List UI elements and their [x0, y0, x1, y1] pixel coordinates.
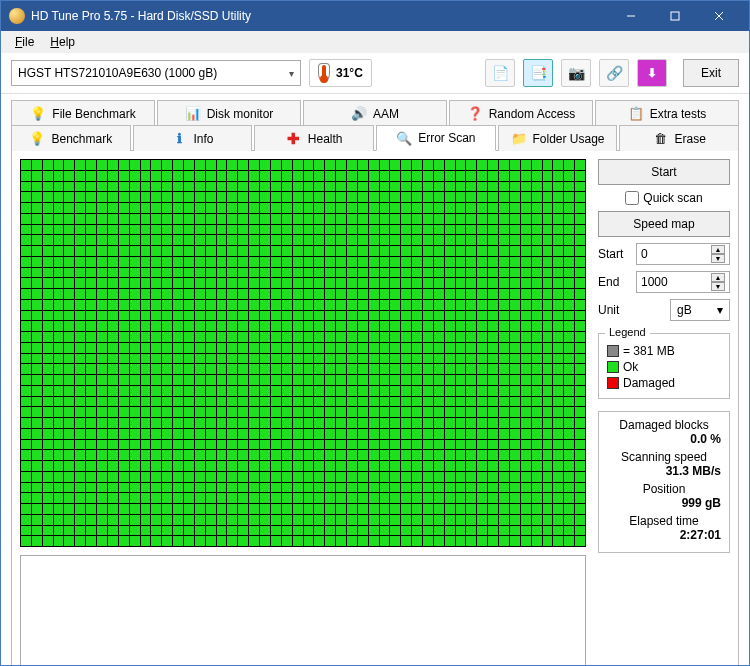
- titlebar: HD Tune Pro 5.75 - Hard Disk/SSD Utility: [1, 1, 749, 31]
- link-icon: [606, 65, 623, 81]
- menu-file[interactable]: File: [7, 33, 42, 51]
- bulb-icon: [30, 106, 46, 122]
- download-icon: [644, 66, 660, 80]
- end-input[interactable]: 1000 ▲▼: [636, 271, 730, 293]
- window-title: HD Tune Pro 5.75 - Hard Disk/SSD Utility: [31, 9, 609, 23]
- thermometer-icon: [318, 63, 330, 83]
- legend-block-swatch: [607, 345, 619, 357]
- quick-scan-checkbox[interactable]: Quick scan: [598, 191, 730, 205]
- menubar: File Help: [1, 31, 749, 53]
- magnifier-icon: [396, 130, 412, 146]
- chevron-down-icon: ▾: [717, 303, 723, 317]
- legend-damaged-swatch: [607, 377, 619, 389]
- copy-info-button[interactable]: [485, 59, 515, 87]
- tab-file-benchmark[interactable]: File Benchmark: [11, 100, 155, 126]
- tab-folder-usage[interactable]: Folder Usage: [498, 125, 618, 151]
- maximize-button[interactable]: [653, 1, 697, 31]
- quick-scan-input[interactable]: [625, 191, 639, 205]
- health-icon: [286, 131, 302, 147]
- scan-block-grid: [20, 159, 586, 547]
- unit-label: Unit: [598, 303, 632, 317]
- copy-screenshot-button[interactable]: [523, 59, 553, 87]
- speed-map-button[interactable]: Speed map: [598, 211, 730, 237]
- extra-icon: [628, 106, 644, 122]
- tab-benchmark[interactable]: Benchmark: [11, 125, 131, 151]
- camera-icon: [568, 65, 585, 81]
- random-icon: [467, 106, 483, 122]
- exit-button[interactable]: Exit: [683, 59, 739, 87]
- legend-ok-swatch: [607, 361, 619, 373]
- chart-icon: [185, 106, 201, 122]
- start-input[interactable]: 0 ▲▼: [636, 243, 730, 265]
- app-icon: [9, 8, 25, 24]
- tab-health[interactable]: Health: [254, 125, 374, 151]
- tab-aam[interactable]: AAM: [303, 100, 447, 126]
- tab-row-2: Benchmark Info Health Error Scan Folder …: [11, 125, 739, 151]
- trash-icon: [653, 131, 669, 147]
- minimize-button[interactable]: [609, 1, 653, 31]
- options-button[interactable]: [599, 59, 629, 87]
- legend-group: Legend = 381 MB Ok Damaged: [598, 333, 730, 399]
- info-icon: [172, 131, 188, 147]
- toolbar: HGST HTS721010A9E630 (1000 gB) ▾ 31°C Ex…: [1, 53, 749, 94]
- tab-strip: File Benchmark Disk monitor AAM Random A…: [1, 94, 749, 666]
- save-screenshot-button[interactable]: [561, 59, 591, 87]
- save-button[interactable]: [637, 59, 667, 87]
- svg-rect-1: [671, 12, 679, 20]
- drive-select[interactable]: HGST HTS721010A9E630 (1000 gB) ▾: [11, 60, 301, 86]
- tab-extra-tests[interactable]: Extra tests: [595, 100, 739, 126]
- start-spin-down[interactable]: ▼: [711, 254, 725, 263]
- start-spin-up[interactable]: ▲: [711, 245, 725, 254]
- temperature-value: 31°C: [336, 66, 363, 80]
- tab-random-access[interactable]: Random Access: [449, 100, 593, 126]
- start-button[interactable]: Start: [598, 159, 730, 185]
- screenshot-icon: [530, 65, 547, 81]
- scan-controls: Start Quick scan Speed map Start 0 ▲▼ En…: [598, 159, 730, 666]
- stats-group: Damaged blocks0.0 % Scanning speed31.3 M…: [598, 411, 730, 553]
- tab-disk-monitor[interactable]: Disk monitor: [157, 100, 301, 126]
- start-label: Start: [598, 247, 632, 261]
- tab-error-scan[interactable]: Error Scan: [376, 125, 496, 151]
- scan-log[interactable]: [20, 555, 586, 666]
- tab-row-1: File Benchmark Disk monitor AAM Random A…: [11, 100, 739, 126]
- copy-icon: [492, 65, 509, 81]
- tab-info[interactable]: Info: [133, 125, 253, 151]
- speaker-icon: [351, 106, 367, 122]
- benchmark-icon: [29, 131, 45, 147]
- close-button[interactable]: [697, 1, 741, 31]
- drive-select-value: HGST HTS721010A9E630 (1000 gB): [18, 66, 217, 80]
- chevron-down-icon: ▾: [289, 68, 294, 79]
- end-label: End: [598, 275, 632, 289]
- end-spin-up[interactable]: ▲: [711, 273, 725, 282]
- tab-panel-error-scan: Start Quick scan Speed map Start 0 ▲▼ En…: [11, 150, 739, 666]
- end-spin-down[interactable]: ▼: [711, 282, 725, 291]
- menu-help[interactable]: Help: [42, 33, 83, 51]
- unit-select[interactable]: gB ▾: [670, 299, 730, 321]
- tab-erase[interactable]: Erase: [619, 125, 739, 151]
- temperature-indicator: 31°C: [309, 59, 372, 87]
- folder-icon: [511, 131, 527, 147]
- legend-title: Legend: [605, 326, 650, 338]
